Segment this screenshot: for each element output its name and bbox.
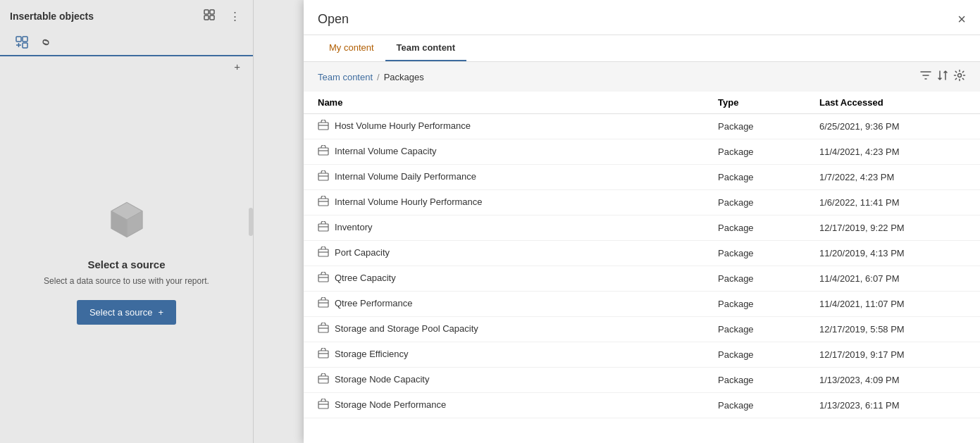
col-name: Name (304, 92, 709, 114)
tab-team-content-label: Team content (397, 42, 456, 53)
left-panel: Insertable objects ⋮ (0, 0, 254, 443)
link-tab[interactable] (34, 32, 58, 56)
filter-icon-button[interactable] (919, 69, 932, 85)
package-icon (318, 323, 329, 336)
cell-type: Package (709, 393, 811, 418)
table-row[interactable]: Storage Node CapacityPackage1/13/2023, 4… (304, 368, 980, 393)
modal-close-button[interactable]: × (957, 11, 966, 27)
tab-my-content-label: My content (329, 42, 374, 53)
cell-last-accessed: 12/17/2019, 9:17 PM (811, 342, 980, 368)
cell-type: Package (709, 165, 811, 190)
table-row[interactable]: Storage EfficiencyPackage12/17/2019, 9:1… (304, 342, 980, 368)
cell-type: Package (709, 317, 811, 342)
settings-icon-button[interactable] (953, 69, 966, 85)
col-type: Type (709, 92, 811, 114)
breadcrumb-team-content-link[interactable]: Team content (318, 72, 373, 82)
package-icon (318, 272, 329, 285)
cell-name: Storage Node Capacity (304, 368, 709, 393)
cell-type: Package (709, 114, 811, 139)
cell-type: Package (709, 241, 811, 266)
svg-rect-20 (318, 199, 328, 206)
cell-type: Package (709, 342, 811, 368)
svg-rect-4 (16, 37, 21, 42)
cell-last-accessed: 1/13/2023, 4:09 PM (811, 368, 980, 393)
svg-rect-14 (318, 123, 328, 130)
open-modal: Open × My content Team content Team cont… (304, 0, 980, 443)
breadcrumb-current: Packages (384, 72, 424, 82)
tab-team-content[interactable]: Team content (385, 35, 467, 61)
modal-title: Open (318, 12, 349, 27)
breadcrumb: Team content / Packages (304, 62, 980, 92)
cell-last-accessed: 11/20/2019, 4:13 PM (811, 241, 980, 266)
modal-tabs: My content Team content (304, 35, 980, 62)
svg-rect-1 (210, 10, 214, 14)
more-options-button[interactable]: ⋮ (227, 7, 243, 25)
table-row[interactable]: Port CapacityPackage11/20/2019, 4:13 PM (304, 241, 980, 266)
cell-name: Port Capacity (304, 241, 709, 266)
sort-icon-button[interactable] (936, 69, 949, 85)
select-source-plus-icon: + (159, 307, 164, 318)
cell-name: Storage and Storage Pool Capacity (304, 317, 709, 342)
cell-last-accessed: 11/4/2021, 4:23 PM (811, 139, 980, 165)
svg-rect-0 (204, 10, 209, 14)
svg-rect-26 (318, 275, 328, 282)
table-row[interactable]: Host Volume Hourly PerformancePackage6/2… (304, 114, 980, 139)
table-row[interactable]: Qtree CapacityPackage11/4/2021, 6:07 PM (304, 266, 980, 292)
package-icon (318, 297, 329, 311)
table-row[interactable]: Internal Volume Daily PerformancePackage… (304, 165, 980, 190)
table-icon-button[interactable] (200, 7, 218, 25)
cell-type: Package (709, 368, 811, 393)
cell-last-accessed: 1/7/2022, 4:23 PM (811, 165, 980, 190)
insertable-tab-active[interactable] (10, 32, 34, 56)
modal-header: Open × (304, 0, 980, 35)
package-icon (318, 348, 329, 361)
svg-rect-34 (318, 376, 328, 383)
svg-rect-16 (318, 148, 328, 155)
divider-handle[interactable] (249, 208, 253, 236)
add-item-button[interactable]: + (231, 59, 243, 74)
left-content: Select a source Select a data source to … (0, 77, 253, 443)
select-source-button[interactable]: Select a source + (77, 300, 176, 325)
left-panel-title: Insertable objects (10, 11, 94, 22)
package-icon (318, 170, 329, 184)
table-row[interactable]: Internal Volume Hourly PerformancePackag… (304, 190, 980, 216)
cube-icon (102, 195, 151, 244)
cell-last-accessed: 11/4/2021, 6:07 PM (811, 266, 980, 292)
cell-last-accessed: 12/17/2019, 5:58 PM (811, 317, 980, 342)
table-row[interactable]: Storage Node PerformancePackage1/13/2023… (304, 393, 980, 418)
table-row[interactable]: Storage and Storage Pool CapacityPackage… (304, 317, 980, 342)
tab-my-content[interactable]: My content (318, 35, 385, 61)
left-panel-header: Insertable objects ⋮ (0, 0, 253, 32)
package-icon (318, 373, 329, 387)
cell-type: Package (709, 292, 811, 317)
packages-table: Name Type Last Accessed Host Volume Hour… (304, 92, 980, 418)
svg-rect-8 (23, 43, 27, 48)
table-row[interactable]: Internal Volume CapacityPackage11/4/2021… (304, 139, 980, 165)
cell-name: Internal Volume Capacity (304, 139, 709, 165)
table-row[interactable]: Qtree PerformancePackage11/4/2021, 11:07… (304, 292, 980, 317)
package-icon (318, 221, 329, 235)
cell-last-accessed: 6/25/2021, 9:36 PM (811, 114, 980, 139)
select-source-title: Select a source (87, 258, 165, 270)
cell-name: Qtree Capacity (304, 266, 709, 292)
package-icon (318, 145, 329, 158)
table-container[interactable]: Name Type Last Accessed Host Volume Hour… (304, 92, 980, 443)
select-source-btn-label: Select a source (89, 307, 153, 318)
left-panel-tabs (0, 32, 253, 56)
cell-last-accessed: 12/17/2019, 9:22 PM (811, 216, 980, 241)
table-row[interactable]: InventoryPackage12/17/2019, 9:22 PM (304, 216, 980, 241)
cell-name: Host Volume Hourly Performance (304, 114, 709, 139)
col-last-accessed: Last Accessed (811, 92, 980, 114)
cell-name: Inventory (304, 216, 709, 241)
select-source-desc: Select a data source to use with your re… (44, 276, 209, 286)
cell-type: Package (709, 216, 811, 241)
breadcrumb-separator: / (377, 72, 380, 82)
cell-last-accessed: 1/13/2023, 6:11 PM (811, 393, 980, 418)
cell-last-accessed: 11/4/2021, 11:07 PM (811, 292, 980, 317)
package-icon (318, 399, 329, 412)
cell-type: Package (709, 266, 811, 292)
svg-rect-30 (318, 325, 328, 332)
cell-name: Internal Volume Hourly Performance (304, 190, 709, 216)
cell-name: Qtree Performance (304, 292, 709, 317)
cell-name: Internal Volume Daily Performance (304, 165, 709, 190)
